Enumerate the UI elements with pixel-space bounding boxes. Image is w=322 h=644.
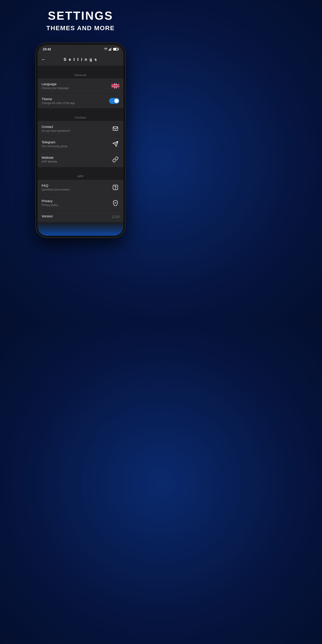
email-icon bbox=[112, 126, 118, 132]
language-item[interactable]: Language Choose your language bbox=[38, 78, 124, 94]
settings-content: General Language Choose your language bbox=[38, 66, 124, 236]
theme-text: Theme Change the color of the app bbox=[42, 97, 109, 105]
general-group: Language Choose your language bbox=[38, 78, 124, 108]
app-group: FAQ Questions and answers bbox=[38, 180, 124, 222]
theme-title: Theme bbox=[42, 97, 109, 101]
version-value-box: 2.2.0 bbox=[112, 215, 120, 218]
faq-item[interactable]: FAQ Questions and answers bbox=[38, 180, 124, 195]
website-text: Website APP Website bbox=[42, 156, 111, 163]
section-contact-header: Contact bbox=[38, 112, 124, 121]
language-subtitle: Choose your language bbox=[42, 86, 111, 90]
privacy-subtitle: Privacy policy bbox=[42, 204, 111, 206]
faq-icon-box bbox=[111, 183, 120, 192]
svg-rect-2 bbox=[110, 48, 111, 51]
telegram-subtitle: Our community group bbox=[42, 145, 111, 148]
svg-rect-3 bbox=[111, 48, 112, 51]
website-subtitle: APP Website bbox=[42, 160, 111, 163]
wifi-icon bbox=[104, 48, 108, 51]
privacy-icon-box bbox=[111, 199, 120, 207]
status-icons bbox=[104, 48, 118, 51]
back-button[interactable]: ← bbox=[41, 57, 46, 62]
theme-item[interactable]: Theme Change the color of the app bbox=[38, 94, 124, 108]
contact-subtitle: Do you have questions? bbox=[42, 129, 111, 132]
svg-rect-4 bbox=[113, 127, 118, 130]
spacer-app bbox=[38, 167, 124, 170]
phone-mockup: 23:42 bbox=[36, 43, 125, 238]
battery-icon bbox=[113, 48, 118, 50]
version-text: Version bbox=[42, 214, 112, 219]
website-item[interactable]: Website APP Website bbox=[38, 152, 124, 167]
version-value: 2.2.0 bbox=[112, 215, 120, 218]
svg-point-6 bbox=[115, 188, 116, 189]
contact-item[interactable]: Contact Do you have questions? bbox=[38, 121, 124, 136]
spacer-contact bbox=[38, 108, 124, 112]
telegram-icon-box bbox=[111, 140, 120, 148]
phone-bottom-gradient bbox=[38, 222, 124, 236]
privacy-text: Privacy Privacy policy bbox=[42, 199, 111, 206]
phone-frame: 23:42 bbox=[36, 43, 125, 238]
privacy-title: Privacy bbox=[42, 199, 111, 203]
main-subtitle: THEMES AND MORE bbox=[46, 24, 115, 32]
language-text: Language Choose your language bbox=[42, 82, 111, 90]
faq-text: FAQ Questions and answers bbox=[42, 184, 111, 191]
language-flag bbox=[111, 83, 120, 88]
link-icon bbox=[112, 156, 118, 162]
status-time: 23:42 bbox=[43, 48, 51, 51]
spacer-top bbox=[38, 66, 124, 69]
svg-rect-1 bbox=[110, 49, 110, 51]
telegram-icon bbox=[112, 141, 118, 147]
page-header: SETTINGS THEMES AND MORE bbox=[46, 0, 115, 36]
theme-subtitle: Change the color of the app bbox=[42, 102, 109, 105]
telegram-title: Telegram bbox=[42, 140, 111, 144]
signal-icon bbox=[109, 48, 112, 51]
theme-toggle[interactable] bbox=[109, 98, 120, 104]
main-title: SETTINGS bbox=[46, 9, 115, 22]
faq-title: FAQ bbox=[42, 184, 111, 188]
telegram-text: Telegram Our community group bbox=[42, 140, 111, 148]
version-title: Version bbox=[42, 214, 112, 218]
section-general-header: General bbox=[38, 69, 124, 78]
version-item: Version 2.2.0 bbox=[38, 211, 124, 222]
website-title: Website bbox=[42, 156, 111, 160]
privacy-item[interactable]: Privacy Privacy policy bbox=[38, 195, 124, 211]
contact-icon-box bbox=[111, 124, 120, 132]
website-icon-box bbox=[111, 156, 120, 164]
telegram-item[interactable]: Telegram Our community group bbox=[38, 136, 124, 152]
phone-screen: 23:42 bbox=[38, 45, 124, 236]
status-bar: 23:42 bbox=[38, 45, 124, 53]
language-title: Language bbox=[42, 82, 111, 86]
contact-text: Contact Do you have questions? bbox=[42, 125, 111, 132]
faq-icon bbox=[112, 184, 118, 190]
contact-group: Contact Do you have questions? bbox=[38, 121, 124, 167]
app-bar-title: S e t t i n g s bbox=[49, 57, 112, 62]
theme-toggle-container bbox=[109, 98, 120, 104]
shield-icon bbox=[112, 200, 118, 206]
svg-rect-0 bbox=[109, 50, 109, 51]
uk-flag-icon bbox=[111, 83, 120, 88]
faq-subtitle: Questions and answers bbox=[42, 188, 111, 191]
section-app-header: APP bbox=[38, 170, 124, 180]
app-bar: ← S e t t i n g s bbox=[38, 53, 124, 66]
flag-horizontal-cross bbox=[111, 85, 120, 86]
contact-title: Contact bbox=[42, 125, 111, 128]
